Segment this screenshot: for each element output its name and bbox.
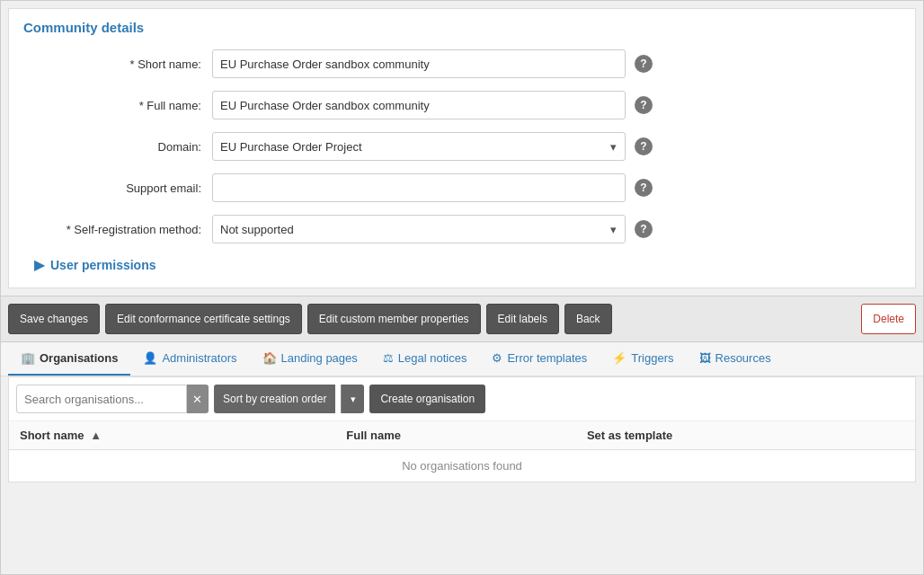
support-email-row: Support email: ? xyxy=(23,173,901,202)
action-bar: Save changes Edit conformance certificat… xyxy=(1,296,923,342)
col-set-as-template: Set as template xyxy=(576,421,915,450)
legal-notices-icon: ⚖ xyxy=(383,351,394,365)
tab-error-templates[interactable]: ⚙ Error templates xyxy=(479,342,600,376)
self-registration-help-icon[interactable]: ? xyxy=(635,220,653,238)
col-full-name: Full name xyxy=(335,421,576,450)
edit-custom-member-button[interactable]: Edit custom member properties xyxy=(307,304,481,334)
community-details-section: Community details * Short name: ? * Full… xyxy=(8,8,916,288)
self-registration-row: * Self-registration method: Not supporte… xyxy=(23,215,901,243)
tab-landing-pages[interactable]: 🏠 Landing pages xyxy=(250,342,370,376)
create-organisation-button[interactable]: Create organisation xyxy=(369,385,485,413)
organisations-section: ✕ Sort by creation order ▾ Create organi… xyxy=(8,376,916,482)
short-name-help-icon[interactable]: ? xyxy=(635,55,653,73)
user-permissions-icon: ▶ xyxy=(34,256,45,273)
full-name-row: * Full name: ? xyxy=(23,91,901,119)
landing-pages-icon: 🏠 xyxy=(262,351,277,365)
no-data-message: No organisations found xyxy=(9,450,915,482)
no-data-row: No organisations found xyxy=(9,450,915,482)
short-name-row: * Short name: ? xyxy=(23,49,901,78)
col-short-name: Short name ▲ xyxy=(9,421,335,450)
search-input[interactable] xyxy=(16,385,187,413)
table-header-row: Short name ▲ Full name Set as template xyxy=(9,421,915,450)
org-toolbar: ✕ Sort by creation order ▾ Create organi… xyxy=(9,377,915,421)
domain-help-icon[interactable]: ? xyxy=(635,137,653,155)
search-group: ✕ xyxy=(16,385,209,413)
triggers-icon: ⚡ xyxy=(612,351,626,365)
self-registration-label: * Self-registration method: xyxy=(23,223,212,236)
search-clear-button[interactable]: ✕ xyxy=(187,385,209,413)
short-name-label: * Short name: xyxy=(23,58,212,71)
full-name-label: * Full name: xyxy=(23,99,212,112)
tab-administrators[interactable]: 👤 Administrators xyxy=(130,342,249,376)
edit-labels-button[interactable]: Edit labels xyxy=(486,304,559,334)
tab-resources[interactable]: 🖼 Resources xyxy=(687,342,784,376)
sort-caret-button[interactable]: ▾ xyxy=(341,385,364,413)
administrators-icon: 👤 xyxy=(143,351,157,365)
organisations-table: Short name ▲ Full name Set as template N… xyxy=(9,421,915,482)
domain-label: Domain: xyxy=(23,140,212,154)
short-name-sort-icon: ▲ xyxy=(90,429,102,442)
domain-row: Domain: EU Purchase Order Project ▾ ? xyxy=(23,132,901,161)
sort-button[interactable]: Sort by creation order xyxy=(214,385,335,413)
user-permissions-link[interactable]: User permissions xyxy=(50,258,156,272)
support-email-help-icon[interactable]: ? xyxy=(635,179,653,197)
error-templates-icon: ⚙ xyxy=(492,351,502,365)
edit-conformance-button[interactable]: Edit conformance certificate settings xyxy=(105,304,302,334)
self-registration-select[interactable]: Not supported xyxy=(212,215,626,243)
full-name-input[interactable] xyxy=(212,91,626,119)
back-button[interactable]: Back xyxy=(564,304,612,334)
save-changes-button[interactable]: Save changes xyxy=(8,304,100,334)
page-title: Community details xyxy=(23,20,901,35)
tab-triggers[interactable]: ⚡ Triggers xyxy=(600,342,686,376)
organisations-icon: 🏢 xyxy=(21,351,35,365)
delete-button[interactable]: Delete xyxy=(861,304,916,334)
resources-icon: 🖼 xyxy=(699,351,711,365)
tabs-bar: 🏢 Organisations 👤 Administrators 🏠 Landi… xyxy=(1,342,923,376)
full-name-help-icon[interactable]: ? xyxy=(635,96,653,114)
tab-organisations[interactable]: 🏢 Organisations xyxy=(8,342,130,376)
tab-legal-notices[interactable]: ⚖ Legal notices xyxy=(370,342,480,376)
support-email-input[interactable] xyxy=(212,173,626,202)
domain-select[interactable]: EU Purchase Order Project xyxy=(212,132,626,161)
short-name-input[interactable] xyxy=(212,49,626,78)
support-email-label: Support email: xyxy=(23,181,212,195)
user-permissions-row: ▶ User permissions xyxy=(23,256,901,273)
